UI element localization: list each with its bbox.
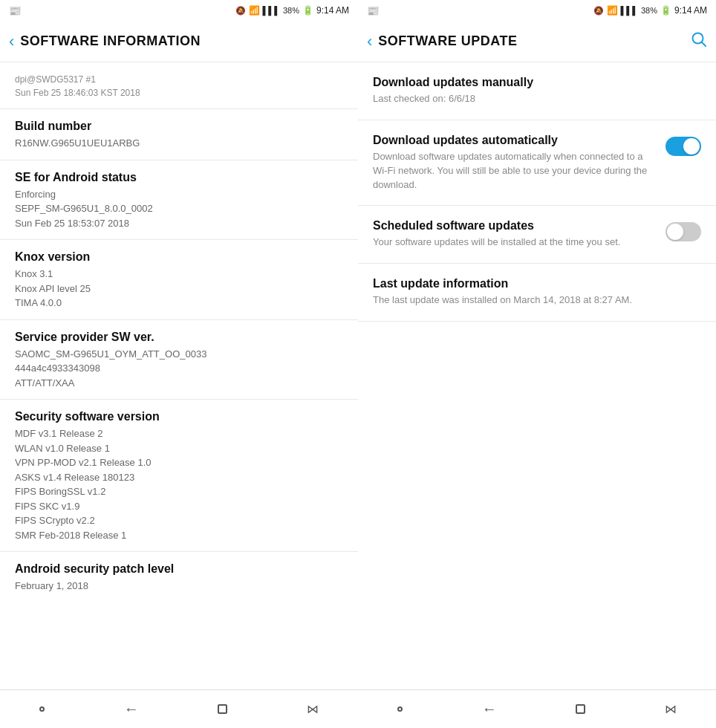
toggle-knob-auto — [683, 138, 700, 155]
notification-icon: 📰 — [9, 5, 21, 16]
security-software-v2: VPN PP-MOD v2.1 Release 1.0 — [15, 455, 343, 470]
wifi-icon: 📶 — [249, 5, 260, 16]
mute-icon: 🔕 — [235, 6, 246, 16]
security-software-label: Security software version — [15, 410, 343, 423]
nav-back-left[interactable]: ← — [112, 695, 151, 724]
build-info-top-value: dpi@SWDG5317 #1 — [15, 73, 343, 86]
security-software-v4: FIPS BoringSSL v1.2 — [15, 484, 343, 499]
last-update-title: Last update information — [373, 277, 692, 290]
status-bar-right-side: 📰 — [367, 5, 593, 16]
build-number-value: R16NW.G965U1UEU1ARBG — [15, 136, 343, 151]
scheduled-updates-title: Scheduled software updates — [373, 219, 657, 233]
scheduled-updates-text: Scheduled software updates Your software… — [373, 219, 657, 250]
download-auto-toggle[interactable] — [665, 137, 701, 156]
download-manually-subtitle: Last checked on: 6/6/18 — [373, 92, 692, 106]
service-provider-value1: 444a4c4933343098 — [15, 361, 343, 376]
status-icons-right: 🔕 📶 ▌▌▌ 38% 🔋 9:14 AM — [593, 5, 707, 16]
back-button-left[interactable]: ‹ — [9, 32, 14, 51]
info-scroll-content[interactable]: dpi@SWDG5317 #1 Sun Feb 25 18:46:03 KST … — [0, 62, 358, 689]
back-icon-right: ← — [482, 701, 497, 718]
last-update-item: Last update information The last update … — [358, 264, 716, 322]
home-icon-left — [218, 704, 227, 714]
status-bar-left-side: 📰 — [9, 5, 235, 16]
security-software-v6: FIPS SCrypto v2.2 — [15, 513, 343, 528]
download-auto-title: Download updates automatically — [373, 134, 657, 147]
update-scroll-content[interactable]: Download updates manually Last checked o… — [358, 62, 716, 689]
wifi-icon-right: 📶 — [607, 5, 618, 16]
nav-home-left[interactable] — [206, 698, 239, 720]
download-auto-subtitle: Download software updates automatically … — [373, 150, 657, 192]
software-update-screen: 📰 🔕 📶 ▌▌▌ 38% 🔋 9:14 AM ‹ SOFTWARE UPDAT… — [358, 0, 716, 728]
service-provider-label: Service provider SW ver. — [15, 331, 343, 344]
notification-icon-right: 📰 — [367, 5, 379, 16]
status-icons: 🔕 📶 ▌▌▌ 38% 🔋 9:14 AM — [235, 5, 349, 16]
dot-icon-right — [397, 706, 403, 712]
status-bar-right: 📰 🔕 📶 ▌▌▌ 38% 🔋 9:14 AM — [358, 0, 716, 21]
se-android-value0: Enforcing — [15, 187, 343, 202]
security-software-section: Security software version MDF v3.1 Relea… — [0, 400, 358, 552]
download-manually-item[interactable]: Download updates manually Last checked o… — [358, 62, 716, 120]
knox-value2: TIMA 4.0.0 — [15, 296, 343, 311]
recent-icon-left: ⋈ — [307, 702, 319, 716]
last-update-subtitle: The last update was installed on March 1… — [373, 293, 692, 308]
status-bar-left: 📰 🔕 📶 ▌▌▌ 38% 🔋 9:14 AM — [0, 0, 358, 21]
mute-icon-right: 🔕 — [593, 6, 604, 16]
service-provider-value2: ATT/ATT/XAA — [15, 376, 343, 391]
signal-icon-right: ▌▌▌ — [621, 6, 638, 15]
nav-dot-left[interactable] — [27, 701, 56, 718]
nav-recent-right[interactable]: ⋈ — [653, 696, 689, 722]
build-info-top-section: dpi@SWDG5317 #1 Sun Feb 25 18:46:03 KST … — [0, 62, 358, 109]
status-time-left: 9:14 AM — [316, 5, 349, 16]
battery-icon-right: 🔋 — [660, 5, 671, 16]
home-icon-right — [576, 704, 585, 714]
security-software-v7: SMR Feb-2018 Release 1 — [15, 528, 343, 543]
dot-icon-left — [39, 706, 45, 712]
battery-icon: 🔋 — [302, 5, 313, 16]
download-manually-text: Download updates manually Last checked o… — [373, 76, 692, 106]
scheduled-updates-subtitle: Your software updates will be installed … — [373, 235, 657, 250]
service-provider-value0: SAOMC_SM-G965U1_OYM_ATT_OO_0033 — [15, 347, 343, 362]
knox-value1: Knox API level 25 — [15, 282, 343, 296]
nav-home-right[interactable] — [564, 698, 597, 720]
bottom-nav-right: ← ⋈ — [358, 689, 716, 728]
service-provider-section: Service provider SW ver. SAOMC_SM-G965U1… — [0, 320, 358, 400]
android-patch-value: February 1, 2018 — [15, 579, 343, 594]
nav-back-right[interactable]: ← — [470, 695, 509, 724]
scheduled-updates-item[interactable]: Scheduled software updates Your software… — [358, 206, 716, 264]
download-auto-text: Download updates automatically Download … — [373, 134, 657, 192]
software-information-screen: 📰 🔕 📶 ▌▌▌ 38% 🔋 9:14 AM ‹ SOFTWARE INFOR… — [0, 0, 358, 728]
se-android-value1: SEPF_SM-G965U1_8.0.0_0002 — [15, 201, 343, 216]
recent-icon-right: ⋈ — [665, 702, 677, 716]
status-time-right: 9:14 AM — [674, 5, 707, 16]
build-info-top-value2: Sun Feb 25 18:46:03 KST 2018 — [15, 86, 343, 100]
back-icon-left: ← — [124, 701, 139, 718]
page-title-left: SOFTWARE INFORMATION — [20, 33, 349, 49]
android-patch-label: Android security patch level — [15, 562, 343, 576]
knox-label: Knox version — [15, 250, 343, 264]
svg-line-1 — [702, 42, 706, 47]
se-android-section: SE for Android status Enforcing SEPF_SM-… — [0, 160, 358, 241]
download-manually-title: Download updates manually — [373, 76, 692, 89]
bottom-nav-left: ← ⋈ — [0, 689, 358, 728]
security-software-v3: ASKS v1.4 Release 180123 — [15, 470, 343, 485]
build-number-label: Build number — [15, 120, 343, 133]
download-auto-item[interactable]: Download updates automatically Download … — [358, 120, 716, 207]
security-software-v5: FIPS SKC v1.9 — [15, 499, 343, 514]
nav-dot-right[interactable] — [385, 701, 414, 718]
signal-icon: ▌▌▌ — [263, 6, 280, 15]
search-icon[interactable] — [691, 31, 707, 51]
security-software-v1: WLAN v1.0 Release 1 — [15, 441, 343, 456]
android-patch-section: Android security patch level February 1,… — [0, 552, 358, 602]
scheduled-updates-toggle[interactable] — [665, 222, 701, 241]
security-software-v0: MDF v3.1 Release 2 — [15, 426, 343, 441]
knox-value0: Knox 3.1 — [15, 267, 343, 282]
last-update-text: Last update information The last update … — [373, 277, 692, 308]
battery-percent: 38% — [283, 6, 299, 15]
toggle-knob-scheduled — [667, 224, 683, 240]
page-title-right: SOFTWARE UPDATE — [378, 33, 691, 49]
build-number-section: Build number R16NW.G965U1UEU1ARBG — [0, 109, 358, 160]
software-update-header: ‹ SOFTWARE UPDATE — [358, 21, 716, 62]
back-button-right[interactable]: ‹ — [367, 32, 372, 51]
nav-recent-left[interactable]: ⋈ — [295, 696, 331, 722]
se-android-label: SE for Android status — [15, 171, 343, 184]
